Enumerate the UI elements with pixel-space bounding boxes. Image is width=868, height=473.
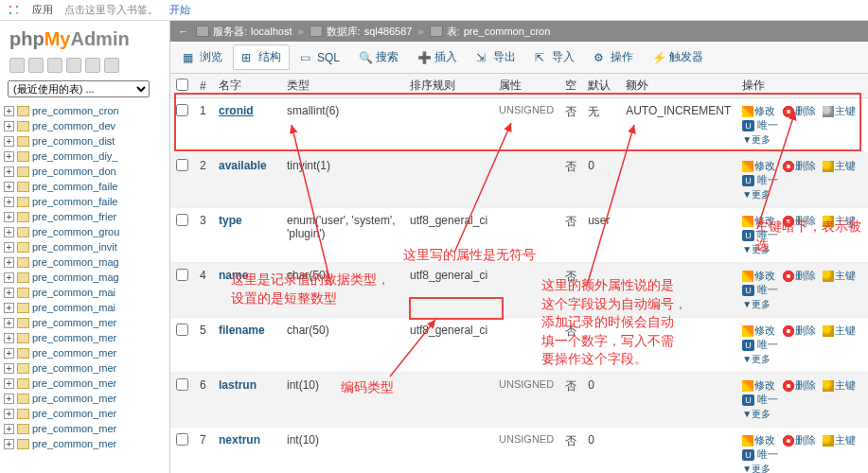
tree-table[interactable]: pre_common_frier: [32, 211, 116, 222]
expand-icon[interactable]: +: [4, 378, 14, 389]
nav-icon[interactable]: ←: [178, 26, 188, 37]
expand-icon[interactable]: +: [4, 363, 14, 374]
apps-label[interactable]: 应用: [32, 3, 53, 17]
tab-操作[interactable]: ⚙操作: [585, 44, 642, 70]
tree-table[interactable]: pre_common_mer: [32, 332, 116, 343]
row-check[interactable]: [176, 378, 188, 391]
docs-icon[interactable]: [66, 58, 81, 73]
more-dropdown[interactable]: ▼更多: [742, 244, 771, 254]
home-icon[interactable]: [9, 58, 25, 73]
bookmark-hint[interactable]: 点击这里导入书签。: [64, 3, 158, 17]
tab-插入[interactable]: ➕插入: [409, 44, 466, 70]
tab-导入[interactable]: ⇱导入: [526, 44, 583, 70]
tree-table[interactable]: pre_common_mai: [32, 302, 115, 313]
drop-link[interactable]: 删除: [783, 215, 816, 226]
expand-icon[interactable]: +: [4, 151, 14, 162]
col-name[interactable]: name: [213, 263, 281, 318]
edit-link[interactable]: 修改: [742, 434, 775, 446]
server-name[interactable]: localhost: [251, 26, 292, 37]
th-ops[interactable]: 操作: [736, 74, 868, 98]
check-all[interactable]: [176, 79, 188, 91]
edit-link[interactable]: 修改: [742, 324, 775, 336]
drop-link[interactable]: 删除: [783, 379, 816, 391]
status-icon[interactable]: [47, 58, 62, 73]
expand-icon[interactable]: +: [4, 303, 14, 313]
pk-link[interactable]: 主键: [823, 270, 856, 281]
pk-link[interactable]: 主键: [823, 105, 856, 116]
th-attr[interactable]: 属性: [493, 74, 559, 98]
unique-link[interactable]: 唯一: [757, 339, 778, 350]
expand-icon[interactable]: +: [4, 272, 14, 283]
pk-link[interactable]: 主键: [823, 215, 856, 226]
th-default[interactable]: 默认: [582, 74, 620, 98]
expand-icon[interactable]: +: [4, 288, 14, 298]
tab-触发器[interactable]: ⚡触发器: [644, 44, 712, 70]
expand-icon[interactable]: +: [4, 318, 14, 328]
th-extra[interactable]: 额外: [620, 74, 736, 98]
edit-link[interactable]: 修改: [742, 160, 775, 171]
tab-结构[interactable]: ⊞结构: [233, 44, 290, 70]
edit-link[interactable]: 修改: [742, 379, 775, 391]
tab-搜索[interactable]: 🔍搜索: [350, 44, 407, 70]
th-num[interactable]: #: [194, 74, 213, 98]
tree-table[interactable]: pre_common_mag: [32, 256, 119, 268]
expand-icon[interactable]: +: [4, 409, 14, 419]
expand-icon[interactable]: +: [4, 166, 14, 177]
expand-icon[interactable]: +: [4, 394, 14, 404]
tree-table[interactable]: pre_common_cron: [32, 105, 119, 116]
drop-link[interactable]: 删除: [783, 434, 816, 446]
col-name[interactable]: nextrun: [213, 428, 281, 474]
pk-link[interactable]: 主键: [823, 160, 856, 171]
drop-link[interactable]: 删除: [783, 160, 816, 171]
expand-icon[interactable]: +: [4, 333, 14, 343]
unique-link[interactable]: 唯一: [757, 174, 778, 185]
db-name[interactable]: sql486587: [364, 26, 413, 37]
th-name[interactable]: 名字: [213, 74, 281, 98]
more-dropdown[interactable]: ▼更多: [742, 464, 771, 473]
expand-icon[interactable]: +: [4, 242, 14, 253]
tree-table[interactable]: pre_common_grou: [32, 226, 119, 237]
edit-link[interactable]: 修改: [742, 105, 775, 116]
more-dropdown[interactable]: ▼更多: [742, 409, 771, 419]
row-check[interactable]: [176, 104, 188, 116]
unique-link[interactable]: 唯一: [757, 394, 778, 405]
tree-table[interactable]: pre_common_mer: [32, 438, 116, 449]
expand-icon[interactable]: +: [4, 106, 14, 116]
reload-icon[interactable]: [104, 58, 119, 73]
tree-table[interactable]: pre_common_mai: [32, 287, 115, 298]
col-name[interactable]: lastrun: [213, 373, 281, 428]
col-name[interactable]: available: [213, 153, 281, 208]
row-check[interactable]: [176, 214, 188, 226]
sql-icon[interactable]: [28, 58, 44, 73]
expand-icon[interactable]: +: [4, 348, 14, 359]
tree-table[interactable]: pre_common_faile: [32, 181, 118, 192]
unique-link[interactable]: 唯一: [757, 229, 778, 240]
tab-SQL[interactable]: ▭SQL: [292, 46, 348, 69]
row-check[interactable]: [176, 433, 188, 446]
tree-table[interactable]: pre_common_mer: [32, 317, 116, 328]
settings-icon[interactable]: [85, 58, 100, 73]
edit-link[interactable]: 修改: [742, 215, 775, 226]
tree-table[interactable]: pre_common_faile: [32, 196, 118, 207]
tree-table[interactable]: pre_common_mer: [32, 393, 116, 404]
tbl-name[interactable]: pre_common_cron: [464, 26, 551, 37]
pk-link[interactable]: 主键: [823, 434, 856, 446]
unique-link[interactable]: 唯一: [757, 119, 778, 131]
drop-link[interactable]: 删除: [783, 270, 816, 281]
drop-link[interactable]: 删除: [783, 324, 816, 336]
tree-table[interactable]: pre_common_invit: [32, 241, 117, 253]
recent-tables-select[interactable]: (最近使用的表) ...: [8, 80, 150, 97]
unique-link[interactable]: 唯一: [757, 448, 778, 460]
more-dropdown[interactable]: ▼更多: [742, 299, 771, 309]
more-dropdown[interactable]: ▼更多: [742, 354, 771, 364]
expand-icon[interactable]: +: [4, 197, 14, 207]
expand-icon[interactable]: +: [4, 136, 14, 147]
th-type[interactable]: 类型: [281, 74, 404, 98]
tree-table[interactable]: pre_common_mag: [32, 272, 119, 283]
tree-table[interactable]: pre_common_dev: [32, 120, 115, 131]
row-check[interactable]: [176, 324, 188, 336]
expand-icon[interactable]: +: [4, 424, 14, 434]
col-name[interactable]: cronid: [213, 98, 281, 153]
expand-icon[interactable]: +: [4, 257, 14, 268]
pk-link[interactable]: 主键: [823, 379, 856, 391]
